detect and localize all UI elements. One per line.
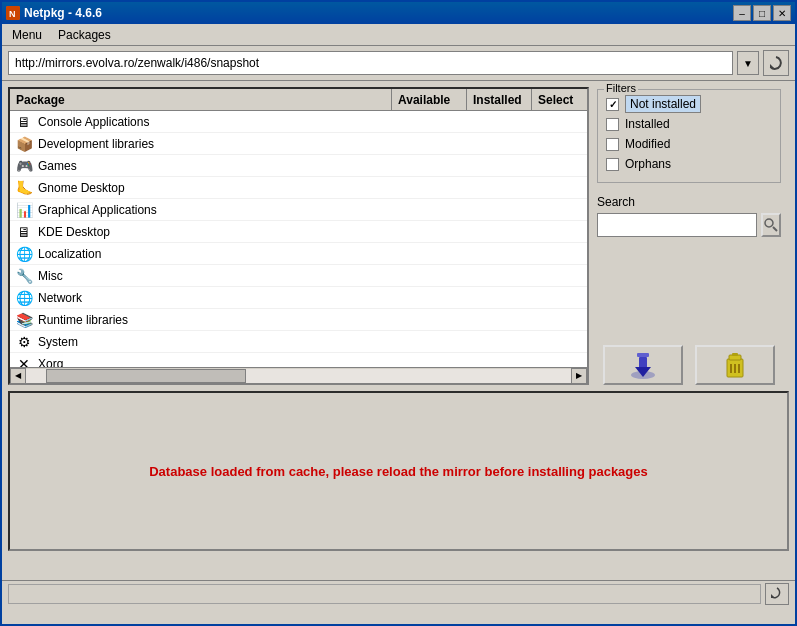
filter-label-installed: Installed: [625, 117, 670, 131]
filter-orphans[interactable]: Orphans: [606, 154, 772, 174]
window-title: Netpkg - 4.6.6: [24, 6, 102, 20]
maximize-button[interactable]: □: [753, 5, 771, 21]
row-label: Runtime libraries: [38, 313, 583, 327]
filter-modified[interactable]: Modified: [606, 134, 772, 154]
table-row[interactable]: 📊 Graphical Applications: [10, 199, 587, 221]
window-controls: – □ ✕: [733, 5, 791, 21]
svg-line-4: [773, 227, 777, 231]
row-icon: 🦶: [14, 180, 34, 196]
search-button[interactable]: [761, 213, 781, 237]
row-label: Console Applications: [38, 115, 583, 129]
table-row[interactable]: 🎮 Games: [10, 155, 587, 177]
col-header-select: Select: [532, 89, 587, 110]
remove-button[interactable]: [695, 345, 775, 385]
info-panel: Database loaded from cache, please reloa…: [8, 391, 789, 551]
row-label: Gnome Desktop: [38, 181, 583, 195]
table-row[interactable]: 📦 Development libraries: [10, 133, 587, 155]
svg-marker-2: [770, 64, 774, 68]
main-content: Package Available Installed Select 🖥 Con…: [2, 81, 795, 391]
menu-menu-item[interactable]: Menu: [4, 25, 50, 45]
filter-label-not_installed: Not installed: [625, 95, 701, 113]
table-row[interactable]: 🌐 Network: [10, 287, 587, 309]
row-icon: 🌐: [14, 246, 34, 262]
table-row[interactable]: 📚 Runtime libraries: [10, 309, 587, 331]
filter-checkbox-orphans[interactable]: [606, 158, 619, 171]
table-row[interactable]: 🖥 KDE Desktop: [10, 221, 587, 243]
scroll-right-button[interactable]: ▶: [571, 368, 587, 384]
row-icon: ⚙: [14, 334, 34, 350]
table-row[interactable]: ✕ Xorg: [10, 353, 587, 367]
row-label: Localization: [38, 247, 583, 261]
col-header-available: Available: [392, 89, 467, 110]
close-button[interactable]: ✕: [773, 5, 791, 21]
action-buttons: [597, 333, 781, 385]
table-row[interactable]: ⚙ System: [10, 331, 587, 353]
row-label: Xorg: [38, 357, 583, 368]
status-bar: [2, 580, 795, 606]
app-icon: N: [6, 6, 20, 20]
filter-checkbox-modified[interactable]: [606, 138, 619, 151]
row-icon: ✕: [14, 356, 34, 368]
filter-installed[interactable]: Installed: [606, 114, 772, 134]
search-section: Search: [597, 195, 781, 237]
title-bar: N Netpkg - 4.6.6 – □ ✕: [2, 2, 795, 24]
row-label: System: [38, 335, 583, 349]
status-input[interactable]: [8, 584, 761, 604]
filters-title: Filters: [604, 82, 638, 94]
info-message: Database loaded from cache, please reloa…: [149, 464, 648, 479]
filter-label-orphans: Orphans: [625, 157, 671, 171]
row-label: Misc: [38, 269, 583, 283]
row-label: Development libraries: [38, 137, 583, 151]
row-icon: 🎮: [14, 158, 34, 174]
svg-rect-11: [732, 353, 738, 356]
url-input[interactable]: [8, 51, 733, 75]
row-icon: 📦: [14, 136, 34, 152]
col-header-installed: Installed: [467, 89, 532, 110]
row-label: Graphical Applications: [38, 203, 583, 217]
filter-list: ✓Not installedInstalledModifiedOrphans: [606, 94, 772, 174]
url-dropdown-button[interactable]: ▼: [737, 51, 759, 75]
scroll-left-button[interactable]: ◀: [10, 368, 26, 384]
package-list: 🖥 Console Applications 📦 Development lib…: [10, 111, 587, 367]
table-row[interactable]: 🦶 Gnome Desktop: [10, 177, 587, 199]
col-header-package: Package: [10, 89, 392, 110]
menu-bar: Menu Packages: [2, 24, 795, 46]
search-input[interactable]: [597, 213, 757, 237]
filters-panel: Filters ✓Not installedInstalledModifiedO…: [589, 87, 789, 385]
table-row[interactable]: 🔧 Misc: [10, 265, 587, 287]
scroll-track[interactable]: [26, 369, 571, 383]
row-label: KDE Desktop: [38, 225, 583, 239]
row-icon: 📊: [14, 202, 34, 218]
status-refresh-button[interactable]: [765, 583, 789, 605]
search-row: [597, 213, 781, 237]
filter-checkbox-not_installed[interactable]: ✓: [606, 98, 619, 111]
filter-label-modified: Modified: [625, 137, 670, 151]
url-bar: ▼: [2, 46, 795, 81]
package-panel: Package Available Installed Select 🖥 Con…: [8, 87, 589, 385]
horizontal-scrollbar[interactable]: ◀ ▶: [10, 367, 587, 383]
table-row[interactable]: 🌐 Localization: [10, 243, 587, 265]
title-bar-left: N Netpkg - 4.6.6: [6, 6, 102, 20]
row-icon: 🌐: [14, 290, 34, 306]
minimize-button[interactable]: –: [733, 5, 751, 21]
packages-menu-item[interactable]: Packages: [50, 25, 119, 45]
install-button[interactable]: [603, 345, 683, 385]
filter-checkbox-installed[interactable]: [606, 118, 619, 131]
url-refresh-button[interactable]: [763, 50, 789, 76]
main-window: N Netpkg - 4.6.6 – □ ✕ Menu Packages ▼: [0, 0, 797, 626]
svg-rect-8: [637, 353, 649, 357]
svg-marker-15: [771, 594, 775, 598]
svg-point-3: [765, 219, 773, 227]
row-label: Network: [38, 291, 583, 305]
table-row[interactable]: 🖥 Console Applications: [10, 111, 587, 133]
row-icon: 📚: [14, 312, 34, 328]
scroll-thumb[interactable]: [46, 369, 246, 383]
package-table-header: Package Available Installed Select: [10, 89, 587, 111]
window-body: Menu Packages ▼ Package Available: [2, 24, 795, 606]
row-label: Games: [38, 159, 583, 173]
filters-groupbox: Filters ✓Not installedInstalledModifiedO…: [597, 89, 781, 183]
row-icon: 🔧: [14, 268, 34, 284]
search-label: Search: [597, 195, 781, 209]
row-icon: 🖥: [14, 224, 34, 240]
filter-not_installed[interactable]: ✓Not installed: [606, 94, 772, 114]
